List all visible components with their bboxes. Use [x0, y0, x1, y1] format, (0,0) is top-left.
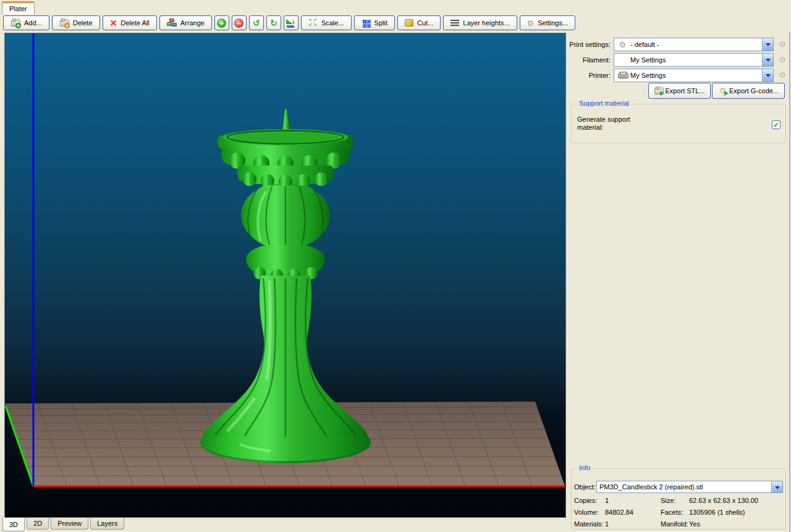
- gear-icon: ⚙: [779, 40, 786, 49]
- tab-preview-label: Preview: [57, 520, 82, 527]
- materials-label: Materials:: [574, 520, 604, 528]
- copies-value: 1: [605, 497, 609, 504]
- facets-value: 1305906 (1 shells): [689, 509, 745, 516]
- export-gcode-label: Export G-code...: [729, 87, 779, 95]
- filament-select[interactable]: My Settings: [614, 53, 774, 67]
- support-material-title: Support material: [577, 99, 632, 107]
- add-button[interactable]: + Add...: [3, 15, 49, 30]
- tab-3d-label: 3D: [9, 521, 18, 528]
- size-value: 62.63 x 62.63 x 130.00: [689, 497, 758, 504]
- gear-icon: ⚙: [779, 70, 786, 80]
- printer-gear-button[interactable]: ⚙: [777, 69, 788, 80]
- minus-circle-icon: −: [234, 19, 243, 28]
- slic3r-window: Plater + Add... - Delete ✕ Delete All Ar…: [0, 0, 791, 532]
- support-material-group: Support material Generate support materi…: [571, 104, 786, 143]
- settings-panel: Print settings: ⚙ - default - ⚙ Filament…: [567, 32, 791, 532]
- decrease-copies-button[interactable]: −: [232, 15, 247, 30]
- arrange-button-label: Arrange: [180, 19, 205, 27]
- volume-value: 84802.84: [605, 509, 633, 516]
- scale-button[interactable]: ↖↗↙↘ Scale...: [301, 15, 352, 30]
- printer-value: My Settings: [630, 72, 762, 79]
- filament-gear-button[interactable]: ⚙: [777, 54, 788, 65]
- delete-all-button-label: Delete All: [121, 19, 149, 27]
- rotate-cw-button[interactable]: ↻: [266, 15, 281, 30]
- facets-label: Facets:: [661, 509, 683, 516]
- filament-value: My Settings: [630, 56, 762, 64]
- delete-all-button[interactable]: ✕ Delete All: [103, 15, 157, 30]
- print-settings-value: - default -: [630, 41, 762, 48]
- viewport-3d[interactable]: [4, 33, 566, 518]
- rotate-ccw-button[interactable]: ↺: [249, 15, 264, 30]
- dropdown-arrow[interactable]: [762, 38, 773, 51]
- brick-delete-icon: -: [59, 18, 69, 28]
- copies-label: Copies:: [574, 497, 597, 504]
- split-button[interactable]: Split: [354, 15, 395, 30]
- export-stl-button[interactable]: Export STL...: [648, 83, 711, 99]
- layer-heights-button-label: Layer heights...: [463, 19, 509, 27]
- print-settings-select[interactable]: ⚙ - default -: [614, 38, 774, 51]
- print-settings-label: Print settings:: [567, 41, 611, 48]
- print-settings-gear-button[interactable]: ⚙: [777, 38, 788, 49]
- plus-circle-icon: +: [217, 19, 226, 28]
- manifold-label: Manifold:: [661, 520, 688, 528]
- export-stl-label: Export STL...: [665, 87, 704, 95]
- generate-support-checkbox[interactable]: [772, 120, 780, 129]
- gear-icon: ⚙: [614, 40, 630, 49]
- delete-button[interactable]: - Delete: [52, 15, 100, 30]
- printer-label: Printer:: [567, 72, 611, 79]
- gear-export-icon: ⚙: [718, 86, 727, 96]
- brick-add-icon: +: [11, 18, 20, 28]
- red-cross-icon: ✕: [110, 18, 117, 28]
- tab-layers-label: Layers: [97, 520, 117, 527]
- filament-label: Filament:: [567, 56, 611, 64]
- dropdown-arrow[interactable]: [762, 69, 773, 82]
- settings-button-label: Settings...: [538, 19, 568, 27]
- info-group: Info Object: PM3D_Candlestick 2 (repaire…: [571, 468, 786, 530]
- flip-icon: ↓: [286, 19, 295, 28]
- split-button-label: Split: [374, 19, 387, 27]
- object-select[interactable]: PM3D_Candlestick 2 (repaired).stl: [596, 481, 783, 493]
- layer-heights-icon: [450, 20, 459, 27]
- tab-preview[interactable]: Preview: [51, 518, 88, 530]
- manifold-value: Yes: [689, 520, 700, 528]
- cut-box-icon: [405, 19, 413, 27]
- size-label: Size:: [661, 497, 675, 504]
- object-value: PM3D_Candlestick 2 (repaired).stl: [597, 483, 771, 491]
- tab-plater-label: Plater: [9, 5, 27, 12]
- generate-support-label: Generate support material:: [577, 116, 648, 132]
- toolbar: + Add... - Delete ✕ Delete All Arrange +…: [3, 15, 575, 31]
- settings-button[interactable]: ⚙ Settings...: [520, 15, 576, 30]
- plater-canvas: [5, 33, 565, 517]
- object-label: Object:: [574, 483, 596, 491]
- delete-button-label: Delete: [73, 19, 93, 27]
- volume-label: Volume:: [574, 509, 599, 516]
- export-gcode-button[interactable]: ⚙ Export G-code...: [712, 83, 785, 99]
- tab-2d[interactable]: 2D: [27, 518, 49, 530]
- cut-button-label: Cut...: [417, 19, 433, 27]
- add-button-label: Add...: [24, 19, 42, 27]
- cut-button[interactable]: Cut...: [397, 15, 441, 30]
- scale-button-label: Scale...: [321, 19, 344, 27]
- rotate-ccw-icon: ↺: [253, 19, 260, 27]
- bricks-arrange-icon: [167, 18, 177, 28]
- layer-heights-button[interactable]: Layer heights...: [443, 15, 517, 30]
- materials-value: 1: [605, 520, 609, 528]
- tab-plater[interactable]: Plater: [2, 1, 35, 14]
- tab-layers[interactable]: Layers: [90, 518, 124, 530]
- gear-icon: ⚙: [779, 55, 786, 64]
- dropdown-arrow[interactable]: [771, 481, 782, 492]
- info-title: Info: [577, 464, 593, 471]
- gear-icon: ⚙: [527, 19, 535, 28]
- tab-2d-label: 2D: [33, 520, 42, 527]
- scale-arrows-icon: ↖↗↙↘: [308, 19, 318, 28]
- increase-copies-button[interactable]: +: [214, 15, 229, 30]
- printer-icon: [614, 72, 630, 80]
- view-tabs: 3D 2D Preview Layers: [2, 518, 124, 532]
- mirror-button[interactable]: ↓: [284, 15, 298, 30]
- brick-export-icon: [654, 86, 663, 96]
- arrange-button[interactable]: Arrange: [159, 15, 212, 30]
- printer-select[interactable]: My Settings: [614, 69, 774, 82]
- rotate-cw-icon: ↻: [270, 19, 277, 27]
- tab-3d[interactable]: 3D: [2, 518, 25, 531]
- dropdown-arrow[interactable]: [762, 54, 773, 66]
